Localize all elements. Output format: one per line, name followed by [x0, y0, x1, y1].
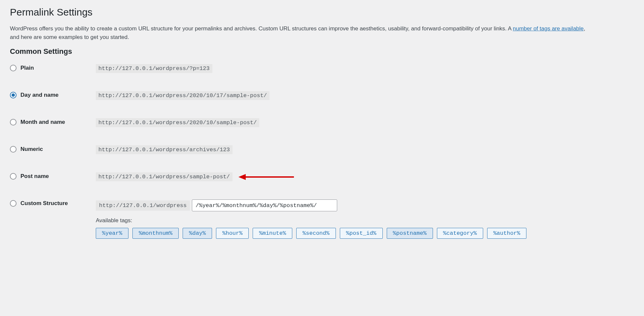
permalink-option-month-and-name: Month and namehttp://127.0.0.1/wordpress…	[10, 118, 634, 127]
example-url-post-name: http://127.0.0.1/wordpress/sample-post/	[96, 172, 233, 181]
available-tags-label: Available tags:	[96, 217, 634, 224]
option-value-col: http://127.0.0.1/wordpress/archives/123	[96, 145, 634, 154]
option-label-col: Month and name	[10, 118, 96, 125]
option-label-col: Plain	[10, 64, 96, 71]
option-value-col: http://127.0.0.1/wordpress/2020/10/sampl…	[96, 118, 634, 127]
permalink-option-post-name: Post namehttp://127.0.0.1/wordpress/samp…	[10, 172, 634, 181]
tag-button-post_id[interactable]: %post_id%	[340, 228, 383, 239]
radio-custom-structure[interactable]	[10, 200, 17, 207]
label-custom-structure[interactable]: Custom Structure	[20, 200, 68, 207]
radio-numeric[interactable]	[10, 146, 17, 153]
radio-day-and-name[interactable]	[10, 92, 17, 98]
option-label-col: Day and name	[10, 91, 96, 98]
tag-button-category[interactable]: %category%	[437, 228, 483, 239]
annotation-arrow-icon	[238, 172, 294, 182]
permalink-option-numeric: Numerichttp://127.0.0.1/wordpress/archiv…	[10, 145, 634, 154]
options-list: Plainhttp://127.0.0.1/wordpress/?p=123Da…	[10, 64, 634, 181]
tag-button-hour[interactable]: %hour%	[216, 228, 249, 239]
tag-row: %year%%monthnum%%day%%hour%%minute%%seco…	[96, 228, 634, 239]
label-day-and-name[interactable]: Day and name	[20, 92, 58, 98]
tag-button-minute[interactable]: %minute%	[253, 228, 292, 239]
example-url-numeric: http://127.0.0.1/wordpress/archives/123	[96, 145, 233, 154]
page-description: WordPress offers you the ability to crea…	[10, 24, 591, 41]
custom-structure-input[interactable]	[192, 199, 337, 211]
example-url-month-and-name: http://127.0.0.1/wordpress/2020/10/sampl…	[96, 118, 259, 127]
option-value-col: http://127.0.0.1/wordpress Available tag…	[96, 199, 634, 239]
svg-marker-1	[238, 174, 246, 180]
example-url-day-and-name: http://127.0.0.1/wordpress/2020/10/17/sa…	[96, 91, 269, 100]
custom-structure-prefix: http://127.0.0.1/wordpress	[96, 200, 190, 211]
radio-post-name[interactable]	[10, 173, 17, 180]
option-value-col: http://127.0.0.1/wordpress/?p=123	[96, 64, 634, 73]
label-month-and-name[interactable]: Month and name	[20, 119, 65, 125]
label-plain[interactable]: Plain	[20, 65, 34, 71]
label-numeric[interactable]: Numeric	[20, 146, 43, 153]
option-label-col: Custom Structure	[10, 199, 96, 207]
radio-plain[interactable]	[10, 65, 17, 71]
tag-button-second[interactable]: %second%	[296, 228, 336, 239]
tag-button-monthnum[interactable]: %monthnum%	[132, 228, 179, 239]
permalink-option-plain: Plainhttp://127.0.0.1/wordpress/?p=123	[10, 64, 634, 73]
tag-button-day[interactable]: %day%	[183, 228, 212, 239]
custom-structure-line: http://127.0.0.1/wordpress	[96, 199, 634, 211]
option-label-col: Post name	[10, 172, 96, 180]
example-url-plain: http://127.0.0.1/wordpress/?p=123	[96, 64, 212, 73]
radio-month-and-name[interactable]	[10, 119, 17, 125]
tag-button-author[interactable]: %author%	[487, 228, 527, 239]
tag-button-year[interactable]: %year%	[96, 228, 128, 239]
description-pre: WordPress offers you the ability to crea…	[10, 25, 513, 32]
tag-button-postname[interactable]: %postname%	[387, 228, 433, 239]
permalink-option-custom: Custom Structure http://127.0.0.1/wordpr…	[10, 199, 634, 239]
option-value-col: http://127.0.0.1/wordpress/sample-post/	[96, 172, 634, 181]
tags-docs-link[interactable]: number of tags are available	[513, 25, 584, 32]
option-value-col: http://127.0.0.1/wordpress/2020/10/17/sa…	[96, 91, 634, 100]
permalink-option-day-and-name: Day and namehttp://127.0.0.1/wordpress/2…	[10, 91, 634, 100]
common-settings-heading: Common Settings	[10, 47, 634, 56]
page-title: Permalink Settings	[10, 7, 634, 18]
label-post-name[interactable]: Post name	[20, 173, 49, 180]
option-label-col: Numeric	[10, 145, 96, 153]
settings-wrap: Permalink Settings WordPress offers you …	[0, 0, 644, 249]
